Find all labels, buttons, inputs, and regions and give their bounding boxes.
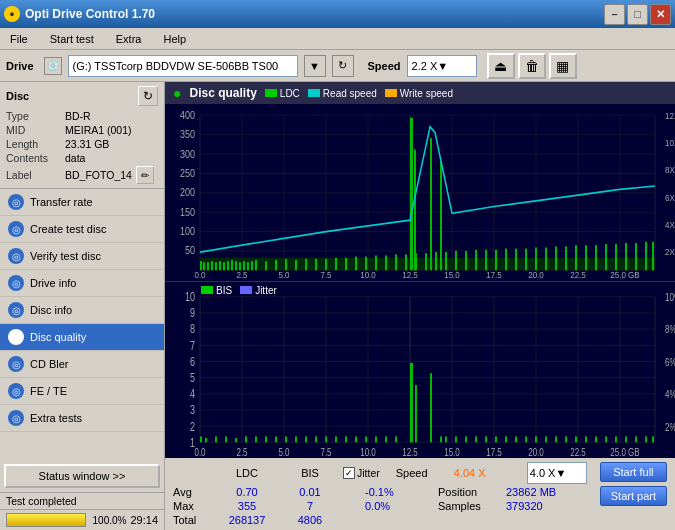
fe-te-icon: ◎ bbox=[8, 383, 24, 399]
menu-start-test[interactable]: Start test bbox=[44, 31, 100, 47]
speed-dropdown[interactable]: 4.0 X ▼ bbox=[527, 462, 587, 484]
svg-rect-37 bbox=[265, 261, 267, 270]
svg-rect-77 bbox=[625, 243, 627, 270]
svg-rect-71 bbox=[565, 246, 567, 270]
jitter-checkbox-row[interactable]: ✓ Jitter bbox=[343, 467, 380, 479]
chart-title: Disc quality bbox=[189, 86, 256, 100]
svg-text:6%: 6% bbox=[665, 355, 675, 368]
svg-rect-54 bbox=[435, 252, 437, 270]
svg-text:0.0: 0.0 bbox=[194, 445, 205, 458]
app-icon: ● bbox=[4, 6, 20, 22]
svg-rect-28 bbox=[223, 262, 225, 270]
svg-text:3: 3 bbox=[190, 402, 195, 416]
nav-verify-test-disc[interactable]: ◎ Verify test disc bbox=[0, 243, 164, 270]
nav-extra-tests[interactable]: ◎ Extra tests bbox=[0, 405, 164, 432]
nav-transfer-rate-label: Transfer rate bbox=[30, 196, 93, 208]
position-label: Position bbox=[438, 486, 498, 498]
test-completed-label: Test completed bbox=[6, 495, 77, 507]
nav-cd-bler-label: CD Bler bbox=[30, 358, 69, 370]
left-panel: Disc ↻ Type BD-R MID MEIRA1 (001) Length… bbox=[0, 82, 165, 530]
nav-verify-test-disc-label: Verify test disc bbox=[30, 250, 101, 262]
svg-rect-63 bbox=[485, 250, 487, 270]
minimize-button[interactable]: – bbox=[604, 4, 625, 25]
svg-rect-59 bbox=[445, 252, 447, 270]
drive-select[interactable]: (G:) TSSTcorp BDDVDW SE-506BB TS00 bbox=[68, 55, 298, 77]
erase-button[interactable]: 🗑 bbox=[518, 53, 546, 79]
drive-arrow-button[interactable]: ▼ bbox=[304, 55, 326, 77]
start-part-button[interactable]: Start part bbox=[600, 486, 667, 506]
menu-help[interactable]: Help bbox=[157, 31, 192, 47]
svg-rect-151 bbox=[430, 373, 432, 442]
start-full-button[interactable]: Start full bbox=[600, 462, 667, 482]
speed-select[interactable]: 2.2 X ▼ bbox=[407, 55, 477, 77]
jitter-col-header: Jitter bbox=[357, 467, 380, 479]
close-button[interactable]: ✕ bbox=[650, 4, 671, 25]
cd-bler-icon: ◎ bbox=[8, 356, 24, 372]
svg-rect-68 bbox=[535, 247, 537, 270]
nav-disc-info[interactable]: ◎ Disc info bbox=[0, 297, 164, 324]
svg-rect-167 bbox=[585, 436, 587, 442]
svg-rect-133 bbox=[245, 436, 247, 442]
nav-drive-info[interactable]: ◎ Drive info bbox=[0, 270, 164, 297]
svg-rect-74 bbox=[595, 245, 597, 270]
maximize-button[interactable]: □ bbox=[627, 4, 648, 25]
drive-row: Drive 💿 (G:) TSSTcorp BDDVDW SE-506BB TS… bbox=[0, 50, 675, 82]
contents-label: Contents bbox=[6, 152, 61, 164]
status-window-button[interactable]: Status window >> bbox=[4, 464, 160, 488]
svg-text:15.0: 15.0 bbox=[444, 445, 460, 458]
nav-fe-te[interactable]: ◎ FE / TE bbox=[0, 378, 164, 405]
svg-text:7: 7 bbox=[190, 337, 195, 351]
svg-rect-44 bbox=[335, 258, 337, 271]
nav-cd-bler[interactable]: ◎ CD Bler bbox=[0, 351, 164, 378]
jitter-avg: -0.1% bbox=[365, 486, 430, 498]
svg-rect-153 bbox=[445, 436, 447, 442]
svg-text:12.5: 12.5 bbox=[402, 270, 418, 281]
menu-bar: File Start test Extra Help bbox=[0, 28, 675, 50]
drive-refresh-button[interactable]: ↻ bbox=[332, 55, 354, 77]
svg-rect-129 bbox=[205, 437, 207, 441]
eject-button[interactable]: ⏏ bbox=[487, 53, 515, 79]
svg-rect-161 bbox=[525, 436, 527, 442]
menu-extra[interactable]: Extra bbox=[110, 31, 148, 47]
svg-rect-57 bbox=[430, 138, 432, 270]
nav-disc-quality[interactable]: ◎ Disc quality bbox=[0, 324, 164, 351]
length-value: 23.31 GB bbox=[65, 138, 109, 150]
svg-rect-134 bbox=[255, 436, 257, 442]
menu-file[interactable]: File bbox=[4, 31, 34, 47]
svg-rect-65 bbox=[505, 249, 507, 271]
label-edit-button[interactable]: ✏ bbox=[136, 166, 154, 184]
svg-text:5.0: 5.0 bbox=[278, 270, 289, 281]
svg-text:25.0 GB: 25.0 GB bbox=[610, 270, 640, 281]
svg-rect-162 bbox=[535, 436, 537, 442]
nav-fe-te-label: FE / TE bbox=[30, 385, 67, 397]
svg-rect-166 bbox=[575, 436, 577, 442]
svg-rect-137 bbox=[285, 436, 287, 442]
position-value: 23862 MB bbox=[506, 486, 571, 498]
svg-rect-168 bbox=[595, 436, 597, 442]
svg-text:22.5: 22.5 bbox=[570, 270, 586, 281]
jitter-checkbox[interactable]: ✓ bbox=[343, 467, 355, 479]
total-label: Total bbox=[173, 514, 209, 526]
svg-text:8%: 8% bbox=[665, 322, 675, 335]
nav-transfer-rate[interactable]: ◎ Transfer rate bbox=[0, 189, 164, 216]
svg-text:250: 250 bbox=[180, 167, 195, 179]
jitter-legend: Jitter bbox=[255, 285, 277, 296]
svg-text:300: 300 bbox=[180, 148, 195, 160]
svg-text:10: 10 bbox=[185, 289, 195, 303]
legend-ldc: LDC bbox=[280, 88, 300, 99]
svg-rect-170 bbox=[615, 436, 617, 442]
svg-text:150: 150 bbox=[180, 206, 195, 218]
bis-legend: BIS bbox=[216, 285, 232, 296]
disc-refresh-button[interactable]: ↻ bbox=[138, 86, 158, 106]
svg-rect-169 bbox=[605, 436, 607, 442]
svg-text:17.5: 17.5 bbox=[486, 270, 502, 281]
info-button[interactable]: ▦ bbox=[549, 53, 577, 79]
svg-rect-150 bbox=[415, 384, 417, 441]
max-label: Max bbox=[173, 500, 209, 512]
svg-rect-45 bbox=[345, 258, 347, 271]
nav-create-test-disc[interactable]: ◎ Create test disc bbox=[0, 216, 164, 243]
svg-rect-80 bbox=[652, 242, 654, 270]
svg-text:2X: 2X bbox=[665, 247, 675, 258]
drive-label: Drive bbox=[6, 60, 34, 72]
nav-create-test-disc-label: Create test disc bbox=[30, 223, 106, 235]
